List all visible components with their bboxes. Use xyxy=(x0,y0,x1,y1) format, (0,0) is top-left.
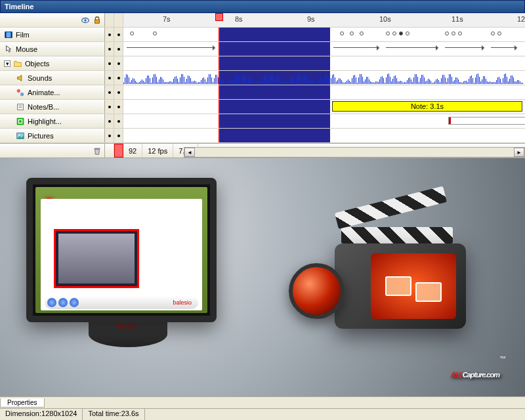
selection-region xyxy=(219,114,330,128)
tree-collapse-icon[interactable]: ▾ xyxy=(4,60,10,67)
track-mouse[interactable]: Mouse xyxy=(0,42,525,56)
camera-lens-icon xyxy=(289,263,345,319)
play-icon xyxy=(47,298,56,307)
track-notes[interactable]: Notes/B... Note: 3.1s xyxy=(0,100,525,114)
vis-dot[interactable] xyxy=(105,85,114,99)
tick: 11s xyxy=(452,15,463,23)
track-label[interactable]: Animate... xyxy=(0,85,105,99)
tick: 7s xyxy=(163,15,171,23)
product-logo: ALLCapture.com™ xyxy=(450,355,505,383)
mouse-span xyxy=(491,47,517,50)
lock-dot[interactable] xyxy=(114,42,123,56)
lock-icon[interactable] xyxy=(93,16,102,25)
properties-tab[interactable]: Properties xyxy=(0,398,45,408)
track-label[interactable]: ▾ Objects xyxy=(0,56,105,70)
track-name: Sounds xyxy=(28,74,52,82)
track-tools-bottom xyxy=(0,144,105,158)
lock-dot[interactable] xyxy=(114,71,123,85)
logo-part1: ALL xyxy=(450,371,462,379)
vis-dot[interactable] xyxy=(105,56,114,70)
playhead xyxy=(219,129,220,142)
playhead-handle[interactable] xyxy=(215,13,223,21)
scroll-left-button[interactable]: ◄ xyxy=(184,148,195,157)
playhead-marker-bottom[interactable] xyxy=(114,144,123,158)
monitor-illustration: RECORD balesio balesio xyxy=(26,178,230,362)
track-name: Animate... xyxy=(28,89,60,96)
dimension-cell: Dimension:1280x1024 xyxy=(0,409,83,420)
total-value: 23.6s xyxy=(121,410,139,417)
playback-brand: balesio xyxy=(173,299,192,306)
track-name: Film xyxy=(16,31,30,39)
objects-track-content[interactable] xyxy=(123,56,525,70)
lock-dot[interactable] xyxy=(114,28,123,41)
timeline-status-row: 92 12 fps 7.6s ◄ ► xyxy=(0,143,525,158)
mouse-track-content[interactable] xyxy=(123,42,525,56)
film-track-content[interactable] xyxy=(123,28,525,41)
pictures-track-content[interactable] xyxy=(123,129,525,142)
track-label[interactable]: Highlight... xyxy=(0,114,105,128)
waveform xyxy=(123,72,525,84)
stop-icon xyxy=(70,298,79,307)
totaltime-cell: Total time:23.6s xyxy=(83,409,144,420)
track-label[interactable]: Pictures xyxy=(0,129,105,142)
animate-track-content[interactable] xyxy=(123,85,525,99)
lock-dot[interactable] xyxy=(114,85,123,99)
dimension-label: Dimension: xyxy=(5,410,41,417)
dimension-value: 1280x1024 xyxy=(41,410,77,417)
svg-rect-5 xyxy=(11,32,12,37)
selection-region xyxy=(219,85,330,99)
mouse-span xyxy=(127,47,215,50)
track-label[interactable]: Mouse xyxy=(0,42,105,56)
track-pictures[interactable]: Pictures xyxy=(0,129,525,143)
track-sounds[interactable]: Sounds xyxy=(0,71,525,85)
selection-region xyxy=(219,42,330,56)
timeline-ruler[interactable]: 7s 8s 9s 10s 11s 12s xyxy=(123,13,525,27)
vis-dot[interactable] xyxy=(105,42,114,56)
highlight-clip[interactable] xyxy=(448,117,525,125)
mouse-span xyxy=(386,47,438,50)
total-label: Total time: xyxy=(88,410,121,417)
notes-track-content[interactable]: Note: 3.1s xyxy=(123,100,525,114)
pictures-icon xyxy=(16,131,25,140)
note-clip[interactable]: Note: 3.1s xyxy=(332,101,522,112)
eye-icon[interactable] xyxy=(81,16,90,25)
pause-icon xyxy=(58,298,68,307)
track-animate[interactable]: Animate... xyxy=(0,85,525,100)
track-film[interactable]: Film xyxy=(0,28,525,42)
timeline-scrollbar[interactable]: ◄ ► xyxy=(184,147,525,158)
lock-dot[interactable] xyxy=(114,100,123,114)
vis-dot[interactable] xyxy=(105,71,114,85)
vis-dot[interactable] xyxy=(105,114,114,128)
track-objects[interactable]: ▾ Objects xyxy=(0,56,525,71)
highlight-track-content[interactable] xyxy=(123,114,525,128)
timeline-titlebar: Timeline xyxy=(0,0,525,13)
track-name: Highlight... xyxy=(28,117,62,125)
vis-dot[interactable] xyxy=(105,129,114,142)
browser-mockup xyxy=(41,199,202,310)
svg-rect-8 xyxy=(18,104,24,110)
frame-number: 92 xyxy=(123,144,142,158)
track-name: Mouse xyxy=(16,45,37,53)
track-label[interactable]: Sounds xyxy=(0,71,105,85)
track-highlight[interactable]: Highlight... xyxy=(0,114,525,129)
highlight-icon xyxy=(16,117,25,126)
vis-dot[interactable] xyxy=(105,100,114,114)
sounds-track-content[interactable] xyxy=(123,71,525,85)
trash-icon[interactable] xyxy=(93,146,102,156)
track-label[interactable]: Notes/B... xyxy=(0,100,105,114)
lock-dot[interactable] xyxy=(114,56,123,70)
camera-screen xyxy=(371,253,456,319)
lock-dot[interactable] xyxy=(114,129,123,142)
monitor-stand: balesio xyxy=(89,321,167,347)
vis-dot[interactable] xyxy=(105,28,114,41)
scroll-right-button[interactable]: ► xyxy=(514,148,524,157)
ruler-dot1 xyxy=(105,13,114,27)
timeline-panel: 7s 8s 9s 10s 11s 12s Film xyxy=(0,13,525,158)
track-label[interactable]: Film xyxy=(0,28,105,41)
tick: 9s xyxy=(307,15,315,23)
logo-part3: .com xyxy=(485,371,499,379)
notes-icon xyxy=(16,102,25,112)
lock-dot[interactable] xyxy=(114,114,123,128)
mouse-span xyxy=(445,47,484,50)
playhead xyxy=(219,100,220,114)
